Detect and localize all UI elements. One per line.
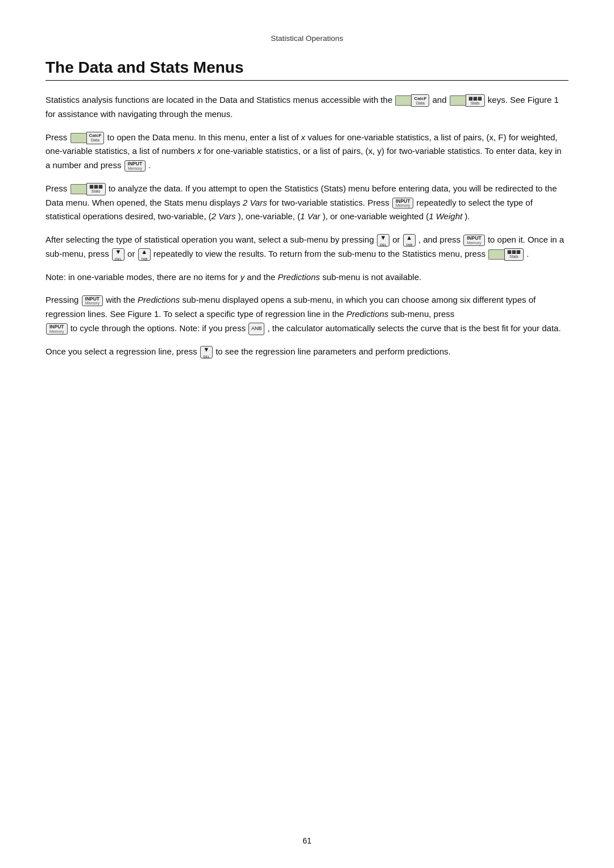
up-arrow-key-2: ▲TAB: [138, 248, 151, 261]
input-memory-key-2: INPUT Memory: [392, 198, 414, 209]
paragraph-1: Statistics analysis functions are locate…: [45, 93, 569, 122]
page-header: Statistical Operations: [45, 34, 569, 43]
p2-text-middle: to open the Data menu. In this menu, ent…: [45, 132, 562, 170]
input-memory-key-3: INPUT Memory: [463, 235, 485, 246]
key-screen-stats: [450, 95, 466, 106]
input-memory-key-5: INPUT Memory: [46, 323, 68, 335]
p1-and: and: [432, 95, 446, 105]
key-screen-stats-3: [488, 249, 504, 260]
p7-after: to see the regression line parameters an…: [215, 347, 451, 356]
ans-key: ANB: [248, 323, 264, 335]
p4-or: or: [392, 235, 403, 244]
paragraph-2: Press CalcF Data to open the Data menu. …: [45, 131, 569, 173]
p5-text: Note: in one-variable modes, there are n…: [45, 272, 421, 282]
input-memory-key-1: INPUT Memory: [125, 160, 146, 172]
p2-text-before: Press: [45, 132, 67, 142]
down-arrow-key-1: ▼DEL: [377, 234, 389, 247]
p4-text-before: After selecting the type of statistical …: [45, 235, 374, 244]
key-screen-data-2: [70, 133, 86, 143]
p1-text-before: Statistics analysis functions are locate…: [45, 95, 392, 105]
data-key-2: CalcF Data: [70, 132, 105, 144]
data-key: CalcF Data: [395, 94, 429, 107]
page-title: The Data and Stats Menus: [45, 59, 569, 81]
paragraph-4: After selecting the type of statistical …: [45, 233, 569, 261]
down-arrow-key-2: ▼DEL: [112, 248, 125, 261]
p6-auto-select: , the calculator automatically selects t…: [268, 323, 561, 333]
stats-key: ▩▩▩ Stats: [450, 94, 485, 107]
stats-key-3: ▩▩▩ Stats: [488, 248, 524, 261]
p4-text-repeatedly: repeatedly to view the results. To retur…: [154, 249, 488, 258]
key-screen-stats-2: [70, 184, 86, 194]
page-container: Statistical Operations The Data and Stat…: [0, 0, 614, 413]
p4-or2: or: [127, 249, 138, 258]
p3-text-before: Press: [45, 183, 67, 193]
paragraph-6: Pressing INPUT Memory with the Predictio…: [45, 293, 569, 335]
p6-with-the: with the Predictions sub-menu displayed …: [45, 295, 536, 319]
p6-pressing: Pressing: [45, 295, 81, 304]
page-number: 61: [0, 836, 614, 845]
header-title: Statistical Operations: [271, 34, 343, 43]
paragraph-3: Press ▩▩▩ Stats to analyze the data. If …: [45, 182, 569, 224]
down-arrow-key-3: ▼DEL: [200, 346, 213, 358]
input-memory-key-4: INPUT Memory: [82, 295, 103, 307]
paragraph-5: Note: in one-variable modes, there are n…: [45, 270, 569, 285]
p4-and-press: , and press: [418, 235, 463, 244]
p4-period: .: [526, 249, 529, 258]
up-arrow-key-1: ▲TAB: [403, 234, 416, 247]
p7-once: Once you select a regression line, press: [45, 347, 200, 356]
p2-period: .: [148, 160, 151, 170]
p6-cycle: to cycle through the options. Note: if y…: [70, 323, 248, 333]
paragraph-7: Once you select a regression line, press…: [45, 345, 569, 359]
key-screen-data: [395, 95, 411, 106]
stats-key-2: ▩▩▩ Stats: [70, 183, 106, 195]
